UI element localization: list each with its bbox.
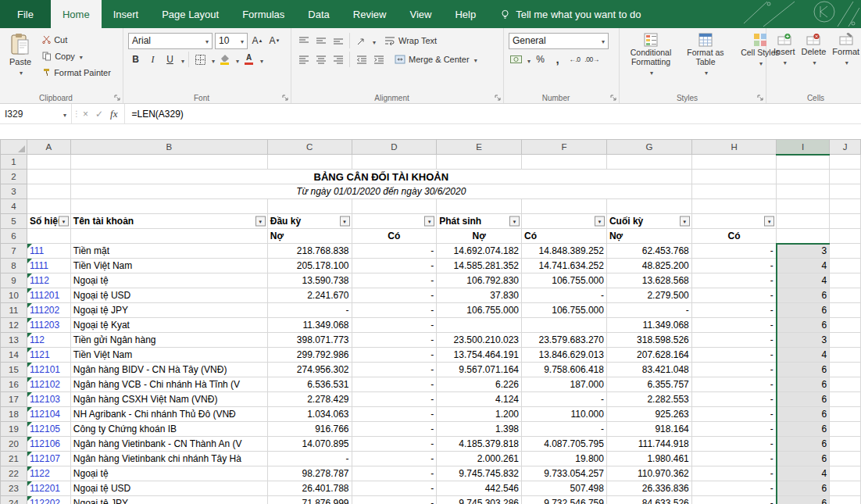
cell-A2[interactable] [27,170,70,184]
cell-D10[interactable]: - [352,288,437,303]
paste-button[interactable]: Paste [5,31,36,80]
cell-H20[interactable]: - [691,437,777,452]
cell-G19[interactable]: 918.164 [606,422,691,437]
cancel-button[interactable]: × [83,109,88,120]
orientation-button[interactable] [354,33,369,48]
cell-I4[interactable] [777,199,830,214]
column-header-J[interactable]: J [830,140,861,155]
cell-B3[interactable]: Từ ngày 01/01/2020 đến ngày 30/6/2020 [70,184,691,199]
cut-button[interactable]: Cut [41,31,113,48]
cell-G16[interactable]: 6.355.757 [606,377,691,392]
cell-D18[interactable]: - [352,407,437,422]
cell-C7[interactable]: 218.768.838 [267,244,352,259]
cell-C6[interactable]: Nợ [267,229,352,244]
tab-view[interactable]: View [398,0,443,28]
decrease-decimal-button[interactable]: .00→ [584,52,599,67]
cell-H19[interactable]: - [691,422,777,437]
row-header-11[interactable]: 11 [1,303,27,318]
cell-E6[interactable]: Nợ [437,229,522,244]
name-box[interactable]: I329 [0,104,72,123]
cell-C20[interactable]: 14.070.895 [267,437,352,452]
cell-F7[interactable]: 14.848.389.252 [522,244,607,259]
cell-H24[interactable]: - [691,496,777,504]
format-as-table-button[interactable]: Format as Table [679,31,732,91]
cell-A7[interactable]: 111 [27,244,70,259]
column-header-B[interactable]: B [70,140,267,155]
cell-E12[interactable] [437,318,522,333]
cell-H8[interactable]: - [691,259,777,273]
middle-align-button[interactable] [313,33,328,48]
cell-H3[interactable] [691,184,777,199]
merge-center-button[interactable]: Merge & Center [393,52,479,68]
cell-G11[interactable]: - [606,303,691,318]
row-header-16[interactable]: 16 [1,377,27,392]
align-right-button[interactable] [330,52,345,67]
cell-E5[interactable]: Phát sinh▼ [437,214,522,229]
select-all-corner[interactable] [1,140,27,155]
cell-H14[interactable]: - [691,348,777,363]
cell-H10[interactable]: - [691,288,777,303]
enter-button[interactable]: ✓ [95,109,103,120]
cell-C15[interactable]: 274.956.302 [267,363,352,377]
cell-I7[interactable]: 3 [777,244,830,259]
cell-G24[interactable]: 84.633.526 [606,496,691,504]
cell-A21[interactable]: 112107 [27,452,70,466]
row-header-14[interactable]: 14 [1,348,27,363]
cell-B20[interactable]: Ngân hàng Vietinbank - CN Thành An (V [70,437,267,452]
cell-J9[interactable] [830,273,861,288]
cell-B13[interactable]: Tiền gửi Ngân hàng [70,333,267,348]
row-header-8[interactable]: 8 [1,259,27,273]
cell-E21[interactable]: 2.000.261 [437,452,522,466]
cell-G20[interactable]: 111.744.918 [606,437,691,452]
cell-I2[interactable] [777,170,830,184]
cell-C23[interactable]: 26.401.788 [267,481,352,496]
percent-style-button[interactable]: % [533,52,548,67]
cell-J19[interactable] [830,422,861,437]
cell-A6[interactable] [27,229,70,244]
cell-F21[interactable]: 19.800 [522,452,607,466]
wrap-text-button[interactable]: Wrap Text [383,33,438,49]
row-header-7[interactable]: 7 [1,244,27,259]
cell-F5[interactable]: ▼ [522,214,607,229]
cell-E10[interactable]: 37.830 [437,288,522,303]
cell-D17[interactable]: - [352,392,437,407]
cell-J4[interactable] [830,199,861,214]
cell-J23[interactable] [830,481,861,496]
cell-J6[interactable] [830,229,861,244]
filter-button[interactable]: ▼ [509,216,520,227]
comma-style-button[interactable]: , [550,52,565,67]
cell-J5[interactable] [830,214,861,229]
cell-I12[interactable]: 6 [777,318,830,333]
dialog-launcher-icon[interactable] [114,95,120,101]
cell-D4[interactable] [352,199,437,214]
cell-J24[interactable] [830,496,861,504]
cell-J14[interactable] [830,348,861,363]
cell-H16[interactable]: - [691,377,777,392]
cell-H11[interactable]: - [691,303,777,318]
row-header-13[interactable]: 13 [1,333,27,348]
filter-button[interactable]: ▼ [340,216,350,227]
cell-E18[interactable]: 1.200 [437,407,522,422]
cell-J11[interactable] [830,303,861,318]
filter-button[interactable]: ▼ [680,216,690,227]
cell-J7[interactable] [830,244,861,259]
filter-button[interactable]: ▼ [764,216,774,227]
cell-C1[interactable] [267,155,352,170]
cell-D15[interactable]: - [352,363,437,377]
cell-B23[interactable]: Ngoại tệ USD [70,481,267,496]
cell-A4[interactable] [27,199,70,214]
cell-E14[interactable]: 13.754.464.191 [437,348,522,363]
cell-B22[interactable]: Ngoại tệ [70,466,267,481]
number-format-combobox[interactable]: General [509,33,609,49]
cell-A16[interactable]: 112102 [27,377,70,392]
tab-data[interactable]: Data [296,0,341,28]
cell-A23[interactable]: 112201 [27,481,70,496]
cell-H9[interactable]: - [691,273,777,288]
italic-button[interactable]: I [145,52,160,67]
column-header-E[interactable]: E [437,140,522,155]
cell-B9[interactable]: Ngoại tệ [70,273,267,288]
cell-F15[interactable]: 9.758.606.418 [522,363,607,377]
cell-E16[interactable]: 6.226 [437,377,522,392]
cell-G7[interactable]: 62.453.768 [606,244,691,259]
cell-E23[interactable]: 442.546 [437,481,522,496]
